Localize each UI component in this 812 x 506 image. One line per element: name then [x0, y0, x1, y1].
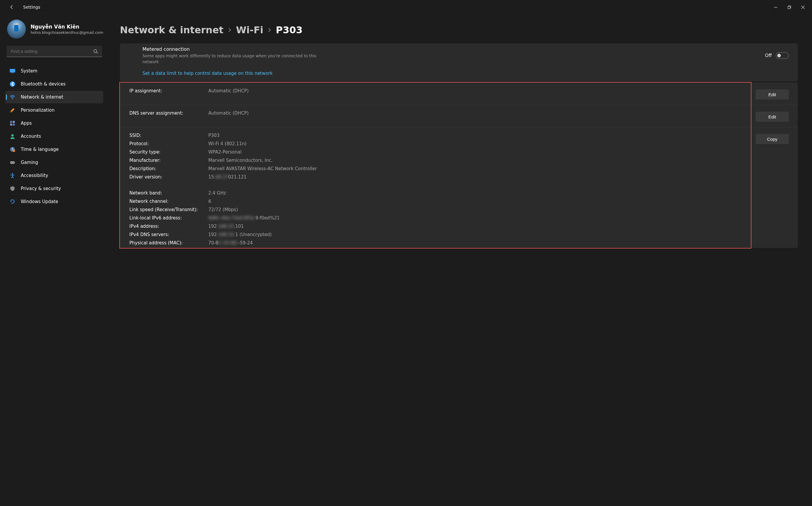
sidebar-item-personalization[interactable]: Personalization: [5, 104, 103, 116]
svg-point-16: [13, 162, 14, 163]
edit-ip-button[interactable]: Edit: [755, 89, 789, 99]
main: Network & internet Wi-Fi P303 Metered co…: [107, 14, 812, 506]
prop-ipv6ll-label: Link-local IPv6 address:: [129, 215, 205, 221]
window-title: Settings: [23, 5, 40, 9]
prop-manufacturer-value: Marvell Semiconductors, Inc.: [208, 158, 750, 163]
sidebar-item-update[interactable]: Windows Update: [5, 195, 103, 208]
sidebar-item-label: System: [21, 68, 37, 74]
metered-connection-card: Metered connection Some apps might work …: [120, 44, 798, 69]
prop-band-value: 2.4 GHz: [208, 190, 750, 196]
back-button[interactable]: [6, 1, 18, 13]
prop-link-value: 72/72 (Mbps): [208, 207, 750, 212]
prop-ssid-value: P303: [208, 133, 750, 138]
prop-band-label: Network band:: [129, 190, 205, 196]
sidebar-item-system[interactable]: System: [5, 65, 103, 77]
svg-rect-7: [10, 121, 12, 123]
dns-assignment-label: DNS server assignment:: [129, 110, 205, 122]
ip-assignment-row: IP assignment: Automatic (DHCP) Edit: [120, 83, 798, 105]
svg-rect-6: [10, 112, 12, 112]
svg-rect-0: [788, 6, 790, 9]
svg-rect-3: [12, 73, 13, 73]
user-name: Nguyễn Văn Kiên: [30, 24, 103, 30]
svg-point-11: [11, 134, 14, 137]
sidebar-item-label: Bluetooth & devices: [21, 81, 66, 87]
window-controls: [769, 2, 810, 12]
svg-rect-2: [10, 69, 15, 73]
sidebar-item-gaming[interactable]: Gaming: [5, 156, 103, 169]
nav: System Bluetooth & devices Network & int…: [5, 65, 103, 208]
minimize-icon: [774, 6, 777, 9]
maximize-button[interactable]: [782, 2, 796, 12]
properties-row: SSID: P303 Protocol: Wi-Fi 4 (802.11n) S…: [120, 127, 798, 248]
sidebar-item-label: Apps: [21, 120, 32, 126]
sidebar-item-label: Privacy & security: [21, 186, 61, 191]
prop-mac-value: 70-BC-10-9D--59-24: [208, 240, 750, 246]
maximize-icon: [788, 6, 791, 9]
metered-toggle-label: Off: [765, 53, 772, 58]
svg-point-5: [12, 99, 13, 99]
prop-security-label: Security type:: [129, 149, 205, 155]
close-icon: [801, 6, 805, 9]
metered-subtitle: Some apps might work differently to redu…: [142, 53, 326, 65]
wifi-icon: [9, 94, 15, 100]
breadcrumb-leaf: P303: [276, 24, 302, 35]
sidebar-item-time[interactable]: Time & language: [5, 143, 103, 156]
titlebar: Settings: [0, 0, 812, 14]
avatar: [7, 20, 26, 38]
prop-link-label: Link speed (Receive/Transmit):: [129, 207, 205, 212]
copy-button[interactable]: Copy: [755, 134, 789, 144]
user-block[interactable]: Nguyễn Văn Kiên hotro.blogchiasekienthuc…: [5, 20, 103, 38]
shield-icon: [9, 186, 15, 191]
sidebar-item-label: Network & internet: [21, 94, 63, 100]
search-box: [5, 46, 103, 57]
data-limit-link[interactable]: Set a data limit to help control data us…: [142, 71, 273, 76]
chevron-right-icon: [268, 27, 272, 33]
network-properties: IP assignment: Automatic (DHCP) Edit DNS…: [120, 83, 798, 248]
chevron-right-icon: [228, 27, 232, 33]
sidebar-item-accessibility[interactable]: Accessibility: [5, 169, 103, 182]
sidebar-item-label: Personalization: [21, 107, 55, 113]
accessibility-icon: [9, 173, 15, 178]
arrow-left-icon: [9, 5, 14, 9]
prop-driver-value: 15.68.17021.121: [208, 174, 750, 180]
user-email: hotro.blogchiasekienthuc@gmail.com: [30, 30, 103, 35]
minimize-button[interactable]: [769, 2, 782, 12]
prop-description-label: Description:: [129, 166, 205, 171]
svg-point-15: [11, 162, 12, 163]
prop-dns4-label: IPv4 DNS servers:: [129, 232, 205, 237]
sidebar-item-bluetooth[interactable]: Bluetooth & devices: [5, 78, 103, 90]
breadcrumb-root[interactable]: Network & internet: [120, 24, 223, 35]
breadcrumb-mid[interactable]: Wi-Fi: [236, 24, 263, 35]
edit-dns-button[interactable]: Edit: [755, 112, 789, 122]
svg-point-17: [12, 173, 13, 174]
svg-rect-10: [13, 123, 15, 125]
prop-channel-value: 6: [208, 199, 750, 204]
prop-ipv4-value: 192.168.10.101: [208, 224, 750, 229]
clock-icon: [9, 146, 15, 152]
search-input[interactable]: [7, 46, 102, 57]
sidebar-item-label: Gaming: [21, 160, 38, 165]
close-button[interactable]: [796, 2, 810, 12]
ip-assignment-label: IP assignment:: [129, 88, 205, 99]
apps-icon: [9, 120, 15, 126]
bluetooth-icon: [9, 81, 15, 87]
sidebar-item-network[interactable]: Network & internet: [5, 91, 103, 103]
sidebar-item-label: Accessibility: [21, 173, 48, 178]
prop-driver-label: Driver version:: [129, 174, 205, 180]
sidebar-item-apps[interactable]: Apps: [5, 117, 103, 130]
svg-point-13: [13, 150, 15, 152]
metered-toggle[interactable]: [776, 52, 789, 59]
prop-protocol-label: Protocol:: [129, 141, 205, 146]
sidebar-item-privacy[interactable]: Privacy & security: [5, 182, 103, 195]
prop-ipv4-label: IPv4 address:: [129, 224, 205, 229]
prop-protocol-value: Wi-Fi 4 (802.11n): [208, 141, 750, 146]
prop-mac-label: Physical address (MAC):: [129, 240, 205, 246]
sidebar-item-label: Windows Update: [21, 199, 58, 204]
prop-security-value: WPA2-Personal: [208, 149, 750, 155]
sidebar-item-accounts[interactable]: Accounts: [5, 130, 103, 143]
svg-point-1: [94, 50, 97, 53]
sidebar: Nguyễn Văn Kiên hotro.blogchiasekienthuc…: [0, 14, 107, 506]
prop-dns4-value: 192.168.10.1 (Unencrypted): [208, 232, 750, 237]
svg-rect-8: [13, 121, 15, 123]
svg-rect-9: [10, 123, 12, 125]
